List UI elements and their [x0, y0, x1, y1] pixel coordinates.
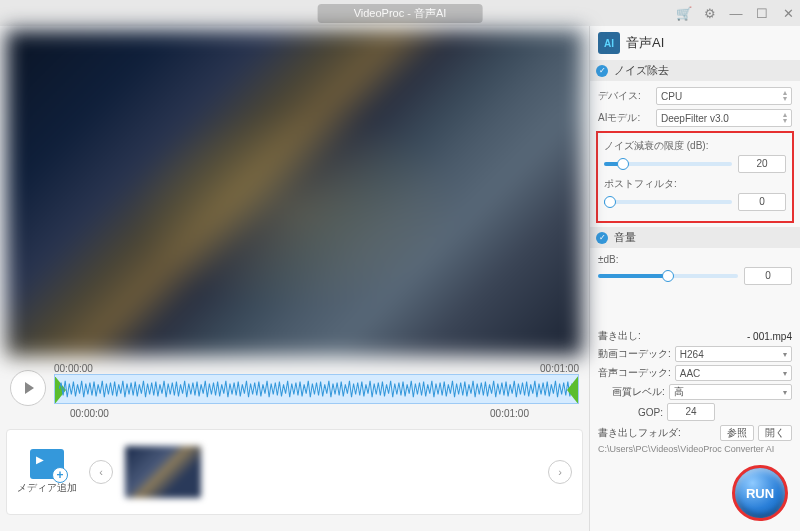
highlight-box: ノイズ減衰の限度 (dB): 20 ポストフィルタ: 0 — [596, 131, 794, 223]
db-label: ±dB: — [598, 254, 792, 265]
vcodec-select[interactable]: H264▾ — [675, 346, 792, 362]
track-end-bottom: 00:01:00 — [490, 408, 529, 419]
app-title: VideoProc - 音声AI — [318, 4, 483, 23]
title-right-group: 🛒 ⚙ — ☐ ✕ — [676, 5, 796, 21]
limit-value[interactable]: 20 — [738, 155, 786, 173]
waveform-track[interactable] — [54, 374, 579, 404]
limit-slider[interactable] — [604, 162, 732, 166]
vcodec-label: 動画コーデック: — [598, 347, 671, 361]
model-label: AIモデル: — [598, 111, 650, 125]
play-button[interactable] — [10, 370, 46, 406]
postfilter-slider[interactable] — [604, 200, 732, 204]
timeline-area: 00:00:00 00:01:00 00:00:00 00:01:00 — [0, 356, 589, 419]
right-panel: AI 音声AI ✓ ノイズ除去 デバイス: CPU▴▾ AIモデル: DeepF… — [589, 26, 800, 531]
device-label: デバイス: — [598, 89, 650, 103]
db-value[interactable]: 0 — [744, 267, 792, 285]
gop-value[interactable]: 24 — [667, 403, 715, 421]
next-media-button[interactable]: › — [548, 460, 572, 484]
titlebar: VideoProc - 音声AI 🛒 ⚙ — ☐ ✕ — [0, 0, 800, 26]
cart-icon[interactable]: 🛒 — [676, 5, 692, 21]
add-media-button[interactable]: メディア追加 — [17, 449, 77, 495]
left-column: 00:00:00 00:01:00 00:00:00 00:01:00 — [0, 26, 589, 531]
waveform-icon — [59, 377, 574, 401]
limit-label: ノイズ減衰の限度 (dB): — [604, 139, 786, 153]
main-layout: 00:00:00 00:01:00 00:00:00 00:01:00 — [0, 26, 800, 531]
noise-checkbox-icon: ✓ — [596, 65, 608, 77]
postfilter-value[interactable]: 0 — [738, 193, 786, 211]
track-wrap: 00:00:00 00:01:00 — [54, 363, 579, 404]
folder-path: C:\Users\PC\Videos\VideoProc Converter A… — [598, 444, 792, 454]
add-media-label: メディア追加 — [17, 481, 77, 495]
open-folder-button[interactable]: 開く — [758, 425, 792, 441]
device-select[interactable]: CPU▴▾ — [656, 87, 792, 105]
noise-label: ノイズ除去 — [614, 63, 669, 78]
volume-label: 音量 — [614, 230, 636, 245]
track-end-top: 00:01:00 — [540, 363, 579, 374]
db-slider[interactable] — [598, 274, 738, 278]
track-start-top: 00:00:00 — [54, 363, 93, 374]
prev-media-button[interactable]: ‹ — [89, 460, 113, 484]
quality-select[interactable]: 高▾ — [669, 384, 792, 400]
media-thumbnail[interactable] — [125, 446, 201, 498]
folder-label: 書き出しフォルダ: — [598, 426, 681, 440]
maximize-icon[interactable]: ☐ — [754, 5, 770, 21]
output-filename: - 001.mp4 — [645, 331, 792, 342]
browse-button[interactable]: 参照 — [720, 425, 754, 441]
quality-label: 画質レベル: — [612, 385, 665, 399]
minimize-icon[interactable]: — — [728, 5, 744, 21]
volume-section-header[interactable]: ✓ 音量 — [590, 227, 800, 248]
panel-title: 音声AI — [626, 34, 664, 52]
add-media-icon — [30, 449, 64, 479]
output-label: 書き出し: — [598, 329, 641, 343]
noise-section-header[interactable]: ✓ ノイズ除去 — [590, 60, 800, 81]
track-start-bottom: 00:00:00 — [70, 408, 109, 419]
close-icon[interactable]: ✕ — [780, 5, 796, 21]
acodec-label: 音声コーデック: — [598, 366, 671, 380]
video-preview[interactable] — [6, 30, 583, 356]
volume-checkbox-icon: ✓ — [596, 232, 608, 244]
trim-handle-right[interactable] — [567, 375, 579, 404]
gop-label: GOP: — [638, 407, 663, 418]
run-button[interactable]: RUN — [732, 465, 788, 521]
postfilter-label: ポストフィルタ: — [604, 177, 786, 191]
panel-icon: AI — [598, 32, 620, 54]
media-bar: メディア追加 ‹ › — [6, 429, 583, 515]
model-select[interactable]: DeepFilter v3.0▴▾ — [656, 109, 792, 127]
gear-icon[interactable]: ⚙ — [702, 5, 718, 21]
acodec-select[interactable]: AAC▾ — [675, 365, 792, 381]
